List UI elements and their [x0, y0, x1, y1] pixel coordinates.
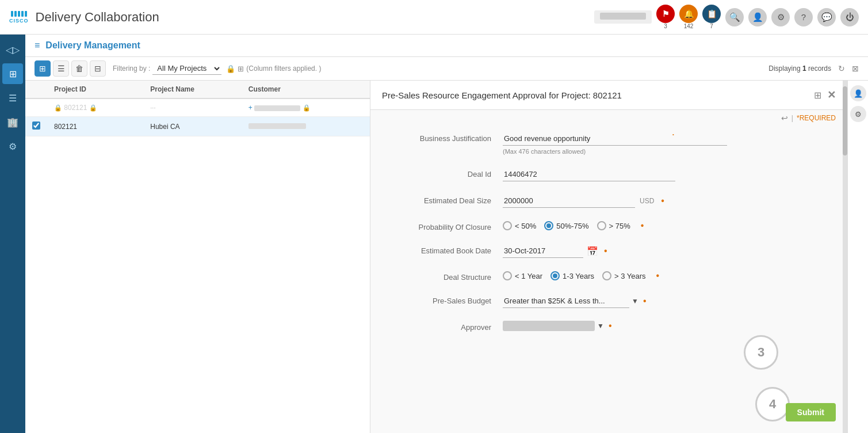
deal-1-3yr-label: 1-3 Years	[563, 272, 594, 280]
column-filter-icon[interactable]: ⊞	[238, 64, 244, 73]
settings-icon[interactable]: ⚙	[771, 8, 790, 26]
dropdown-arrow-approver[interactable]: ▼	[597, 322, 604, 330]
sidebar-home-icon[interactable]: ⊞	[2, 63, 23, 84]
book-btn[interactable]: 📋 7	[702, 5, 721, 29]
deal-1-3yr-option[interactable]: 1-3 Years	[550, 271, 594, 280]
lock-filter-icon[interactable]: 🔒	[226, 64, 235, 73]
probability-50-75-option[interactable]: 50%-75%	[544, 221, 588, 230]
flag-icon[interactable]: ⚑	[656, 5, 675, 23]
header-right: ⚑ 3 🔔 142 📋 7 🔍 👤 ⚙ ? 💬 ⏻	[594, 5, 859, 29]
form-title: Pre-Sales Resource Engagement Approval f…	[382, 90, 814, 100]
business-justification-label: Business Justification	[388, 132, 503, 143]
probability-lt50-radio[interactable]	[503, 221, 512, 230]
toolbar: ⊞ ☰ 🗑 ⊟ Filtering by : All My Projects 🔒…	[25, 57, 868, 81]
approver-label: Approver	[388, 321, 503, 332]
left-sidebar: ◁▷ ⊞ ☰ 🏢 ⚙	[0, 35, 25, 433]
refresh-icon[interactable]: ↻	[838, 64, 845, 73]
dots-icon: ···	[150, 104, 155, 111]
pre-sales-budget-select[interactable]: Greater than $25K & Less th...	[503, 294, 629, 308]
required-dot-budget: •	[643, 296, 647, 306]
search-icon[interactable]: 🔍	[725, 8, 744, 26]
business-justification-sub: (Max 476 characters allowed)	[503, 148, 830, 155]
filter-btn[interactable]: ⊟	[90, 60, 106, 77]
list-view-btn[interactable]: ☰	[53, 60, 69, 77]
form-body: Business Justification • (Max 476 charac…	[370, 126, 847, 362]
bell-icon[interactable]: 🔔	[679, 5, 698, 23]
close-icon[interactable]: ✕	[827, 89, 836, 101]
probability-lt50-option[interactable]: < 50%	[503, 221, 536, 230]
submit-button[interactable]: Submit	[786, 403, 836, 421]
help-icon[interactable]: ?	[794, 8, 813, 26]
filter-select[interactable]: All My Projects	[152, 62, 221, 75]
business-justification-input[interactable]	[503, 132, 727, 146]
probability-radio-group: < 50% 50%-75% > 75	[503, 221, 830, 231]
add-icon[interactable]: +	[248, 104, 253, 112]
customer-cell	[242, 117, 370, 136]
project-id-cell: 802121	[47, 117, 143, 136]
probability-closure-field: < 50% 50%-75% > 75	[503, 221, 830, 231]
display-count: Displaying 1 records	[768, 64, 831, 73]
right-sidebar: 👤 ⚙	[847, 81, 868, 433]
estimated-book-date-label: Estimated Book Date	[388, 244, 503, 255]
scrollbar[interactable]	[843, 81, 847, 433]
chat-icon[interactable]: 💬	[817, 8, 836, 26]
grid-view-btn[interactable]: ⊞	[35, 60, 51, 77]
probability-50-75-radio[interactable]	[544, 221, 553, 230]
scroll-thumb[interactable]	[843, 86, 847, 155]
estimated-book-date-field: 📅 •	[503, 244, 830, 258]
deal-id-row: Deal Id	[388, 168, 830, 181]
sidebar-gear-icon[interactable]: ⚙	[2, 136, 23, 157]
back-arrow[interactable]: ↩	[781, 113, 788, 123]
deal-gt3yr-radio[interactable]	[602, 271, 611, 280]
estimated-book-date-input[interactable]	[503, 244, 583, 258]
expand-icon[interactable]: ⊞	[814, 90, 821, 101]
probability-closure-label: Probability Of Closure	[388, 221, 503, 231]
col-project-id: Project ID	[47, 81, 143, 98]
dropdown-arrow-budget[interactable]: ▼	[632, 297, 638, 305]
delete-btn[interactable]: 🗑	[71, 60, 87, 77]
projects-table: Project ID Project Name Customer 🔒 80212…	[25, 81, 370, 136]
probability-gt75-option[interactable]: > 75%	[597, 221, 630, 230]
book-icon[interactable]: 📋	[702, 5, 721, 23]
deal-lt1yr-radio[interactable]	[503, 271, 512, 280]
export-icon[interactable]: ⊠	[852, 64, 859, 73]
estimated-book-date-row: Estimated Book Date 📅 •	[388, 244, 830, 258]
table-row: 🔒 802121 🔒 ··· + 🔒	[25, 98, 370, 117]
deal-lt1yr-label: < 1 Year	[515, 272, 542, 280]
row-checkbox[interactable]	[32, 121, 40, 130]
approver-row: Approver ▼ •	[388, 321, 830, 332]
required-label: *REQUIRED	[797, 114, 836, 122]
section-header: ≡ Delivery Management	[25, 35, 868, 57]
probability-gt75-radio[interactable]	[597, 221, 606, 230]
sidebar-nav-icon[interactable]: ◁▷	[2, 39, 23, 60]
flag-btn[interactable]: ⚑ 3	[656, 5, 675, 29]
calendar-icon[interactable]: 📅	[587, 246, 598, 257]
deal-gt3yr-option[interactable]: > 3 Years	[602, 271, 646, 280]
deal-structure-radio-group: < 1 Year 1-3 Years	[503, 271, 830, 281]
pre-sales-budget-field: Greater than $25K & Less th... ▼ •	[503, 294, 830, 308]
bell-btn[interactable]: 🔔 142	[679, 5, 698, 29]
filter-label: Filtering by :	[113, 64, 150, 73]
table-row[interactable]: 802121 Hubei CA	[25, 117, 370, 136]
business-justification-row: Business Justification • (Max 476 charac…	[388, 132, 830, 155]
user-icon[interactable]: 👤	[748, 8, 767, 26]
circle-badge-3: 3	[744, 335, 778, 370]
table-panel: Project ID Project Name Customer 🔒 80212…	[25, 81, 868, 433]
required-dot-date: •	[604, 246, 607, 256]
estimated-deal-size-row: Estimated Deal Size USD •	[388, 194, 830, 208]
deal-structure-row: Deal Structure < 1 Year	[388, 271, 830, 282]
form-panel: Pre-Sales Resource Engagement Approval f…	[370, 81, 847, 433]
estimated-deal-size-input[interactable]	[503, 194, 635, 208]
cisco-logo: CISCO	[9, 11, 29, 24]
deal-structure-field: < 1 Year 1-3 Years	[503, 271, 830, 281]
power-icon[interactable]: ⏻	[840, 8, 859, 26]
sidebar-list-icon[interactable]: ☰	[2, 88, 23, 108]
sidebar-building-icon[interactable]: 🏢	[2, 112, 23, 132]
deal-id-input[interactable]	[503, 168, 675, 181]
right-sidebar-person-icon[interactable]: 👤	[850, 85, 866, 101]
deal-1-3yr-radio[interactable]	[550, 271, 560, 280]
circle-badge-4: 4	[755, 387, 790, 421]
deal-lt1yr-option[interactable]: < 1 Year	[503, 271, 542, 280]
right-sidebar-settings-icon[interactable]: ⚙	[850, 106, 866, 122]
required-bar: ↩ | *REQUIRED	[370, 110, 847, 126]
